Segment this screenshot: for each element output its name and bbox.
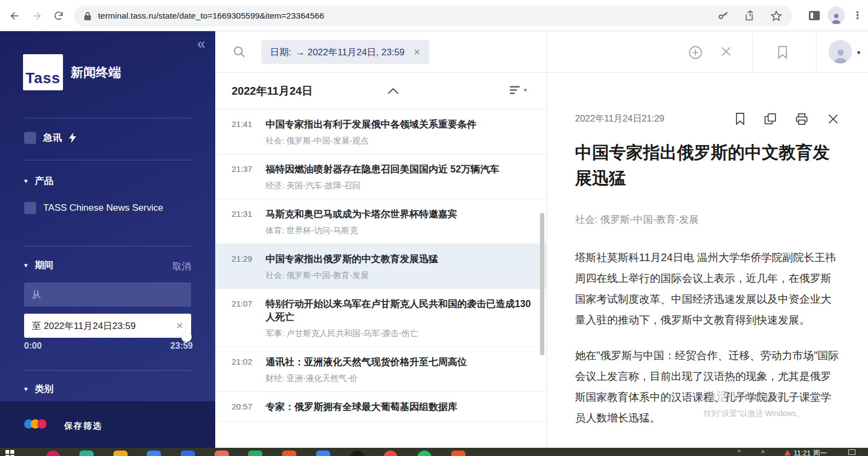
browser-profile-avatar[interactable] — [827, 7, 845, 24]
item-tags: 社会: 俄罗斯-中国-发展-观点 — [266, 135, 531, 146]
chevron-up-icon[interactable] — [388, 88, 399, 94]
article-paragraph: 她在"俄罗斯与中国：经贸合作、迁移、劳动力市场"国际会议上发言称，目前出现了汉语… — [575, 345, 840, 428]
taskbar-app-icon[interactable] — [316, 451, 330, 456]
bookmark-icon[interactable] — [777, 45, 788, 59]
taskbar-app-icon[interactable] — [350, 451, 364, 456]
time-range-labels: 0:00 23:59 — [24, 341, 193, 351]
date-to-input[interactable]: 至 2022年11月24日23:59 ✕ — [24, 314, 191, 338]
user-avatar[interactable] — [829, 40, 852, 64]
tray-expand-icon[interactable]: ^ — [738, 449, 740, 455]
products-label: 产品 — [35, 175, 54, 187]
list-item[interactable]: 21:31 马斯克和奥巴马或成为卡塔尔世界杯特邀嘉宾 体育: 世界杯-访问-马斯… — [215, 199, 547, 244]
browser-menu-icon[interactable]: ⋮ — [853, 11, 863, 19]
list-item[interactable]: 21:07 特别行动开始以来乌军在卢甘斯克人民共和国的袭击已造成130人死亡 军… — [215, 289, 547, 347]
search-icon[interactable] — [233, 45, 246, 59]
list-item[interactable]: 21:41 中国专家指出有利于发展俄中各领域关系重要条件 社会: 俄罗斯-中国-… — [215, 109, 547, 154]
list-item[interactable]: 21:02 通讯社：亚洲液化天然气现货价格升至七周高位 财经: 亚洲-液化天然气… — [215, 347, 547, 392]
taskbar-app-icon[interactable] — [181, 451, 195, 456]
chevron-down-icon: ▾ — [24, 385, 28, 392]
chip-label: 日期: — [270, 46, 291, 59]
list-item[interactable]: 20:57 专家：俄罗斯拥有全球最大葡萄基因组数据库 — [215, 392, 547, 422]
filter-dots-icon — [24, 419, 47, 429]
item-title: 专家：俄罗斯拥有全球最大葡萄基因组数据库 — [266, 400, 531, 413]
browser-back-button[interactable] — [8, 9, 22, 23]
product-item-tass-chinese[interactable]: TASS Chinese News Service — [24, 202, 163, 214]
clear-date-icon[interactable]: ✕ — [176, 320, 183, 332]
bookmark-icon[interactable] — [735, 112, 745, 125]
list-view-options-button[interactable]: ▾ — [510, 86, 527, 94]
item-tags: 财经: 亚洲-液化天然气-价 — [266, 372, 531, 384]
tass-logo: Tass — [23, 54, 63, 90]
browser-refresh-button[interactable] — [51, 9, 66, 23]
cancel-period-button[interactable]: 取消 — [173, 260, 191, 273]
taskbar-app-icon[interactable] — [383, 451, 398, 456]
product-label: TASS Chinese News Service — [43, 203, 163, 213]
chip-value: → 2022年11月24日, 23:59 — [296, 46, 405, 59]
date-filter-chip[interactable]: 日期: → 2022年11月24日, 23:59 ✕ — [261, 40, 429, 64]
sidebar-divider — [24, 246, 193, 246]
section-products[interactable]: ▾ 产品 — [24, 175, 54, 187]
product-checkbox[interactable] — [24, 202, 36, 214]
sidebar: « Tass 新闻终端 急讯 ▾ 产品 TASS Chinese News Se… — [0, 31, 215, 448]
taskbar-app-icon[interactable] — [417, 451, 432, 456]
list-item[interactable]: 21:37 福特因燃油喷射器存在隐患召回美国国内近 52万辆汽车 经济: 美国-… — [215, 154, 547, 199]
taskbar-app-icon[interactable] — [282, 451, 296, 456]
article-body: 塔斯社莫斯科11月24日电 温州大学华侨学院副院长王祎周四在线上举行的国际会议上… — [575, 247, 840, 448]
add-circle-icon[interactable] — [688, 45, 703, 60]
list-item-selected[interactable]: 21:29 中国专家指出俄罗斯的中文教育发展迅猛 社会: 俄罗斯-中国-教育-发… — [215, 244, 547, 289]
item-time: 21:31 — [232, 207, 266, 236]
date-to-value: 至 2022年11月24日23:59 — [32, 320, 136, 332]
taskbar-app-icon[interactable] — [46, 451, 60, 456]
browser-toolbar: terminal.tass.ru/state/date_to=166930559… — [0, 0, 868, 31]
taskbar-app-icon[interactable] — [215, 451, 229, 456]
person-icon — [832, 47, 849, 64]
url-text: terminal.tass.ru/state/date_to=166930559… — [98, 11, 711, 21]
tray-icon[interactable]: ˄ — [761, 448, 764, 455]
taskbar-app-icon[interactable] — [248, 451, 262, 456]
sidebar-divider — [24, 370, 193, 371]
urgent-label: 急讯 — [43, 131, 62, 144]
item-title: 特别行动开始以来乌军在卢甘斯克人民共和国的袭击已造成130人死亡 — [266, 297, 531, 324]
urgent-checkbox[interactable] — [24, 132, 36, 144]
section-category[interactable]: ▾ 类别 — [24, 383, 54, 395]
tray-icon[interactable] — [784, 450, 791, 455]
copy-icon[interactable] — [764, 113, 777, 125]
avatar-caret-icon[interactable]: ▾ — [857, 49, 860, 56]
article-panel: ▾ 2022年11月24日21:29 中国专家指出俄罗斯的中文教育发展迅猛 社会… — [547, 31, 868, 448]
item-title: 中国专家指出有利于发展俄中各领域关系重要条件 — [266, 118, 531, 131]
taskbar-app-icon[interactable] — [147, 451, 161, 456]
print-icon[interactable] — [795, 113, 808, 125]
article-content: 2022年11月24日21:29 中国专家指出俄罗斯的中文教育发展迅猛 社会: … — [547, 112, 868, 448]
article-paragraph: 塔斯社莫斯科11月24日电 温州大学华侨学院副院长王祎周四在线上举行的国际会议上… — [575, 247, 840, 330]
taskbar-app-icon[interactable] — [79, 451, 94, 456]
list-scrollbar[interactable] — [540, 213, 544, 355]
date-from-input[interactable]: 从 — [24, 282, 191, 307]
list-date: 2022年11月24日 — [232, 84, 313, 99]
close-icon[interactable] — [720, 45, 732, 57]
show-desktop-button[interactable] — [848, 449, 855, 455]
windows-start-icon[interactable] — [5, 450, 14, 456]
bookmark-star-icon[interactable] — [770, 10, 783, 22]
side-panel-icon[interactable] — [809, 11, 820, 20]
password-key-icon[interactable] — [717, 10, 729, 22]
chip-close-icon[interactable]: ✕ — [413, 47, 421, 57]
person-icon — [830, 12, 842, 24]
urgent-news-filter[interactable]: 急讯 — [24, 131, 76, 144]
item-tags: 军事: 卢甘斯克人民共和国-乌军-袭击-伤亡 — [266, 327, 531, 339]
taskbar-app-icon[interactable] — [113, 451, 128, 456]
section-period[interactable]: ▾ 期间 — [24, 259, 54, 272]
taskbar-clock[interactable]: 11:21 周一 — [794, 448, 827, 456]
sidebar-collapse-icon[interactable]: « — [197, 36, 205, 52]
share-icon[interactable] — [744, 10, 756, 22]
item-title: 中国专家指出俄罗斯的中文教育发展迅猛 — [266, 252, 531, 265]
close-article-icon[interactable] — [827, 113, 840, 125]
sidebar-divider — [24, 118, 193, 118]
article-tags: 社会: 俄罗斯-中国-教育-发展 — [575, 213, 840, 226]
item-title: 福特因燃油喷射器存在隐患召回美国国内近 52万辆汽车 — [266, 163, 531, 176]
address-bar[interactable]: terminal.tass.ru/state/date_to=166930559… — [74, 5, 792, 26]
article-timestamp: 2022年11月24日21:29 — [575, 113, 664, 125]
taskbar-app-icon[interactable] — [451, 451, 465, 456]
browser-forward-button[interactable] — [30, 9, 44, 23]
refresh-icon — [53, 10, 64, 21]
save-filter-button[interactable]: 保存筛选 — [64, 420, 102, 432]
